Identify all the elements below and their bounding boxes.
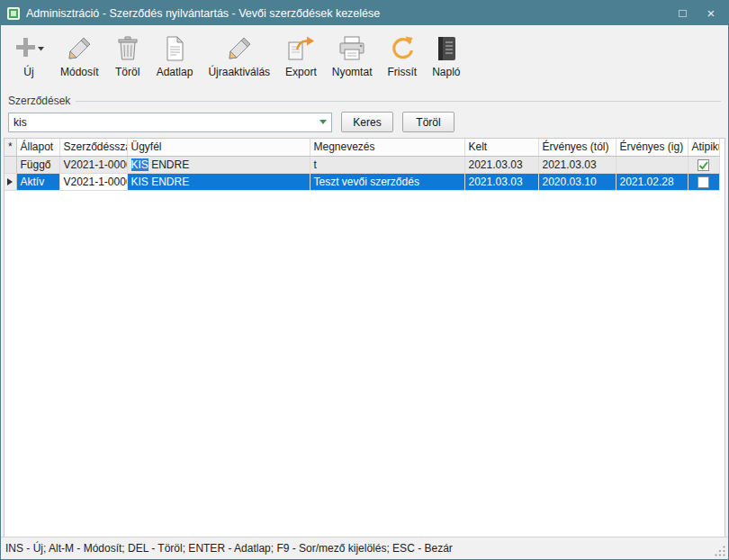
group-label: Szerződések	[8, 95, 70, 107]
close-icon: ×	[707, 6, 716, 20]
contracts-grid: * Állapot Szerződésszám Ügyfél Megnevezé…	[4, 138, 725, 537]
datasheet-button[interactable]: Adatlap	[152, 30, 198, 79]
printer-icon	[338, 32, 366, 66]
statusbar-hint-text: INS - Új; Alt-M - Módosít; DEL - Töröl; …	[5, 542, 453, 555]
table-row[interactable]: Függő V2021-1-000009 KIS ENDRE t 2021.03…	[4, 156, 719, 173]
new-button[interactable]: Új	[8, 30, 50, 79]
current-row-arrow-icon	[7, 178, 13, 185]
column-header-ervenyes-ig[interactable]: Érvényes (ig)	[616, 139, 688, 156]
cell-allapot[interactable]: Aktív	[16, 173, 59, 190]
search-combobox[interactable]: kis	[8, 113, 332, 132]
trash-icon	[114, 32, 141, 66]
chevron-down-icon	[320, 120, 327, 124]
document-icon	[161, 32, 188, 66]
refresh-button[interactable]: Frissít	[382, 30, 421, 79]
cell-kelt[interactable]: 2021.03.03	[464, 173, 538, 190]
combo-dropdown-button[interactable]	[315, 113, 331, 131]
print-button[interactable]: Nyomtat	[328, 30, 377, 79]
statusbar: INS - Új; Alt-M - Módosít; DEL - Töröl; …	[1, 537, 728, 559]
cell-szerzodesszam[interactable]: V2021-1-000009	[59, 156, 127, 173]
refresh-icon	[389, 32, 416, 66]
cell-atipikus[interactable]	[688, 173, 719, 190]
delete-button[interactable]: Töröl	[110, 30, 146, 79]
table-row-selected[interactable]: Aktív V2021-1-000010 KIS ENDRE Teszt vev…	[4, 173, 719, 190]
column-header-allapot[interactable]: Állapot	[16, 139, 59, 156]
titlebar: Adminisztráció - Szerződés nyilvántartás…	[1, 1, 728, 25]
search-row: kis Keres Töröl	[1, 108, 728, 138]
cell-ervenyes-ig[interactable]	[616, 156, 688, 173]
row-indicator-cell[interactable]	[4, 173, 16, 190]
resize-grip[interactable]	[715, 546, 726, 557]
column-header-ugyfel[interactable]: Ügyfél	[127, 139, 310, 156]
row-indicator-cell[interactable]	[4, 156, 16, 173]
toolbar: Új Módosít	[1, 25, 728, 92]
pencil-icon	[226, 32, 253, 66]
window-title: Adminisztráció - Szerződés nyilvántartás…	[26, 7, 668, 20]
cell-megnevezes[interactable]: t	[310, 156, 464, 173]
refresh-button-label: Frissít	[387, 66, 417, 78]
cell-ervenyes-tol[interactable]: 2021.03.03	[538, 156, 616, 173]
reactivate-button[interactable]: Újraaktiválás	[203, 30, 274, 79]
export-button[interactable]: Export	[281, 30, 321, 79]
journal-icon	[434, 32, 459, 66]
column-header-indicator[interactable]: *	[4, 139, 16, 156]
modify-button-label: Módosít	[60, 66, 99, 78]
column-header-ervenyes-tol[interactable]: Érvényes (tól)	[538, 139, 616, 156]
export-icon	[286, 32, 316, 66]
cell-ugyfel[interactable]: KIS ENDRE	[127, 156, 310, 173]
app-window: Adminisztráció - Szerződés nyilvántartás…	[0, 0, 729, 560]
cell-ervenyes-tol[interactable]: 2020.03.10	[538, 173, 616, 190]
column-header-megnevezes[interactable]: Megnevezés	[310, 139, 464, 156]
column-header-kelt[interactable]: Kelt	[464, 139, 538, 156]
reactivate-button-label: Újraaktiválás	[208, 66, 270, 78]
group-divider	[76, 101, 721, 102]
plus-icon	[13, 32, 45, 66]
datasheet-button-label: Adatlap	[157, 66, 194, 78]
ugyfel-rest: ENDRE	[148, 158, 189, 171]
cell-megnevezes[interactable]: Teszt vevői szerződés	[310, 173, 464, 190]
group-header: Szerződések	[1, 92, 728, 108]
pencil-icon	[66, 32, 93, 66]
contracts-table: * Állapot Szerződésszám Ügyfél Megnevezé…	[4, 139, 720, 191]
maximize-button[interactable]	[668, 4, 697, 23]
cell-ervenyes-ig[interactable]: 2021.02.28	[616, 173, 688, 190]
atipikus-checkbox-unchecked[interactable]	[698, 176, 709, 188]
maximize-icon	[679, 10, 687, 17]
search-match-highlight: KIS	[131, 158, 148, 171]
log-button[interactable]: Napló	[428, 30, 464, 79]
header-row: * Állapot Szerződésszám Ügyfél Megnevezé…	[4, 139, 719, 156]
export-button-label: Export	[285, 66, 317, 78]
delete-button-label: Töröl	[115, 66, 140, 78]
cell-szerzodesszam-focused[interactable]: V2021-1-000010	[59, 173, 127, 190]
atipikus-checkbox-checked[interactable]	[698, 159, 709, 171]
app-icon	[6, 6, 21, 21]
cell-allapot[interactable]: Függő	[16, 156, 59, 173]
modify-button[interactable]: Módosít	[56, 30, 104, 79]
clear-button[interactable]: Töröl	[402, 112, 454, 132]
print-button-label: Nyomtat	[332, 66, 373, 78]
cell-ugyfel[interactable]: KIS ENDRE	[127, 173, 310, 190]
log-button-label: Napló	[432, 66, 460, 78]
cell-kelt[interactable]: 2021.03.03	[464, 156, 538, 173]
search-input[interactable]: kis	[9, 116, 315, 129]
column-header-atipikus[interactable]: Atipiku	[688, 139, 719, 156]
search-button[interactable]: Keres	[341, 112, 393, 132]
close-button[interactable]: ×	[697, 4, 725, 23]
column-header-szerzodesszam[interactable]: Szerződésszám	[59, 139, 127, 156]
new-button-label: Új	[23, 66, 33, 78]
cell-atipikus[interactable]	[688, 156, 719, 173]
